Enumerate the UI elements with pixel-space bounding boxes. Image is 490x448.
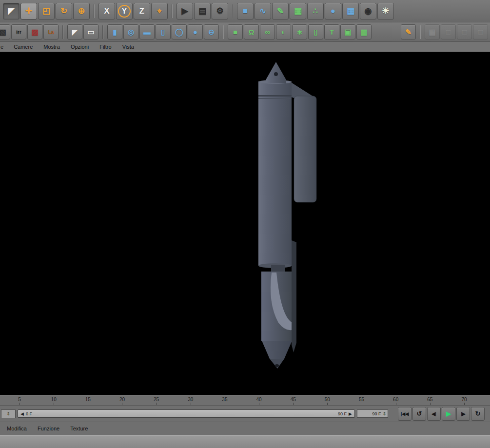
viewport-menubar: eCamereMostraOpzioniFiltroVista [0, 42, 490, 52]
go-to-end-icon: ↻ [475, 410, 481, 417]
ruler-tick-mark [88, 403, 88, 405]
workplane-pen-button[interactable]: ✎ [401, 24, 416, 39]
slider-left-arrow-icon[interactable]: ◀ [20, 411, 24, 416]
interactive-render-region-button[interactable]: irr [11, 24, 26, 39]
render-active-view-button[interactable]: ▨ [27, 24, 42, 39]
capsule-object-button[interactable]: ▯ [156, 24, 171, 39]
bottom-menu-funzione[interactable]: Funzione [38, 426, 65, 431]
bottom-menubar: ModificaFunzioneTexture [0, 422, 490, 435]
go-to-next-frame-button[interactable]: |▶ [456, 407, 470, 421]
ruler-tick-label: 35 [222, 397, 227, 402]
add-modeling-object-menu[interactable]: ● [325, 3, 341, 19]
toolbar-separator [420, 25, 421, 39]
rectangle-selection-tool[interactable]: ▭ [83, 24, 98, 39]
move-tool[interactable]: ✛ [20, 3, 37, 19]
selection-tool[interactable]: ◤ [67, 24, 82, 39]
pen-taper[interactable] [262, 341, 292, 359]
go-to-start-button[interactable]: |◀◀ [398, 407, 412, 421]
viewport-menu-opzioni[interactable]: Opzioni [65, 44, 94, 50]
ruler-tick-label: 10 [51, 397, 57, 402]
render-settings-button[interactable]: ⚙ [212, 3, 228, 19]
scale-tool[interactable]: ◰ [38, 3, 55, 19]
live-selection-tool[interactable]: ◤ [3, 3, 20, 19]
oil-tank-object-button[interactable]: ▬ [139, 24, 155, 39]
render-region-icon: ▧ [0, 28, 6, 36]
workplane-cube-button-3: □ [473, 24, 488, 39]
axis-x-lock[interactable]: X [98, 3, 115, 19]
cylinder-object-button[interactable]: ▮ [107, 24, 122, 39]
add-subdivision-surface-icon: ▦ [294, 7, 302, 15]
interactive-render-region-icon: irr [16, 30, 21, 35]
add-spline-object-menu[interactable]: ∿ [255, 3, 271, 19]
pen-back-plate[interactable] [292, 240, 296, 352]
add-light-menu[interactable]: ☀ [377, 3, 394, 19]
add-subdivision-surface-menu[interactable]: ▦ [290, 3, 306, 19]
add-camera-menu[interactable]: ◉ [360, 3, 376, 19]
render-picture-viewer-button[interactable]: ▤ [194, 3, 211, 19]
ruler-tick-label: 5 [18, 397, 21, 402]
max-frame-field[interactable]: 90 F ⇕ [357, 409, 388, 418]
bottom-menu-texture[interactable]: Texture [70, 426, 94, 431]
frame-field-spinner-icon[interactable]: ⇕ [382, 411, 386, 416]
bottom-menu-modifica[interactable]: Modifica [7, 426, 33, 431]
last-used-tool[interactable]: ⊕ [73, 3, 90, 19]
ruler-tick-mark [362, 403, 362, 405]
render-view-button[interactable]: ▶ [176, 3, 193, 19]
metaball-object-button[interactable]: ∞ [260, 24, 275, 39]
boole-object-icon: ◐ [281, 28, 286, 36]
pen-top-hole [274, 72, 278, 76]
ruler-tick-mark [327, 403, 328, 405]
ruler-tick-label: 20 [119, 397, 125, 402]
play-forwards-button[interactable]: ▶ [442, 407, 455, 421]
toolbar-separator [172, 4, 173, 18]
pen-cap-seam-2 [258, 98, 292, 99]
go-to-previous-frame-button[interactable]: ◀| [427, 407, 441, 421]
rotate-tool[interactable]: ↻ [56, 3, 72, 19]
pen-clip[interactable] [294, 96, 316, 202]
viewport-menu-vista[interactable]: Vista [117, 44, 139, 50]
add-floor-menu[interactable]: ▦ [342, 3, 359, 19]
transport-controls: |◀◀↺◀|▶|▶↻ [398, 407, 485, 421]
sphere-object-button[interactable]: ● [188, 24, 203, 39]
render-region-button[interactable]: ▧ [0, 24, 10, 39]
tube-object-button[interactable]: ◎ [123, 24, 138, 39]
timeline-ruler[interactable]: 510152025303540455055606570 [0, 395, 490, 406]
layout-button[interactable]: La [43, 24, 59, 39]
go-to-end-button[interactable]: ↻ [471, 407, 485, 421]
instance-object-button[interactable]: ■ [228, 24, 243, 39]
viewport-menu-e[interactable]: e [0, 44, 8, 50]
scale-icon: ◰ [42, 7, 50, 15]
text-object-button[interactable]: T [324, 24, 339, 39]
array-object-button[interactable]: ▥ [356, 24, 372, 39]
play-backwards-button[interactable]: ↺ [412, 407, 426, 421]
text-object-icon: T [330, 28, 334, 36]
slider-left-controls[interactable]: ◀ 0 F [20, 411, 32, 416]
spline-pen-tool[interactable]: ✎ [272, 3, 289, 19]
torus-object-button[interactable]: ◯ [172, 24, 187, 39]
timeline-range-slider[interactable]: ◀ 0 F 90 F ▶ [18, 409, 355, 418]
ruler-tick-mark [157, 403, 157, 405]
slider-right-arrow-icon[interactable]: ▶ [349, 411, 352, 416]
add-cube-object-menu[interactable]: ■ [237, 3, 254, 19]
pen-model-svg [0, 52, 490, 395]
boole-object-button[interactable]: ◐ [276, 24, 291, 39]
coordinate-system-toggle[interactable]: ⌖ [151, 3, 168, 19]
slider-right-controls[interactable]: 90 F ▶ [338, 411, 352, 416]
add-cloner-menu[interactable]: ∴ [307, 3, 324, 19]
polygon-object-button[interactable]: ▣ [340, 24, 355, 39]
timeline-left-spinner[interactable]: ⇕ [1, 409, 16, 418]
capsule-generator-button[interactable]: ▯ [308, 24, 323, 39]
symmetry-object-button[interactable]: Ω [244, 24, 259, 39]
disc-object-button[interactable]: ⊖ [204, 24, 219, 39]
move-icon: ✛ [25, 7, 32, 15]
viewport-menu-camere[interactable]: Camere [8, 44, 38, 50]
axis-y-lock[interactable]: Y [116, 3, 133, 19]
axis-z-lock[interactable]: Z [134, 3, 150, 19]
ruler-tick-label: 65 [427, 397, 432, 402]
ruler-tick-mark [430, 403, 431, 405]
pen-body[interactable] [258, 81, 292, 266]
viewport[interactable] [0, 52, 490, 395]
viewport-menu-filtro[interactable]: Filtro [94, 44, 117, 50]
viewport-menu-mostra[interactable]: Mostra [38, 44, 65, 50]
atom-array-object-button[interactable]: ∗ [292, 24, 307, 39]
